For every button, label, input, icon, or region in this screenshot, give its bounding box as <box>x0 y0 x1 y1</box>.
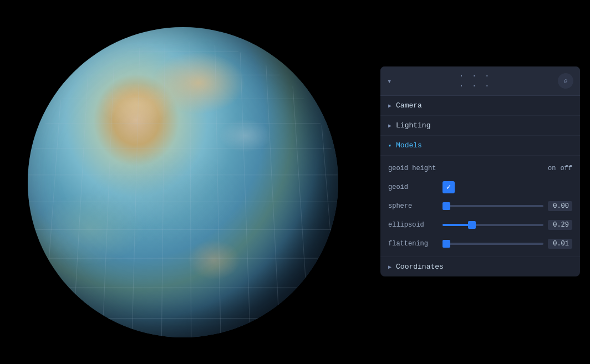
models-chevron-icon: ▾ <box>388 142 391 149</box>
coordinates-section-title: Coordinates <box>396 263 444 271</box>
ellipsoid-value: 0.29 <box>548 220 572 230</box>
lighting-section-header[interactable]: ▶ Lighting <box>380 116 580 136</box>
sphere-slider-container: 0.00 <box>442 201 572 211</box>
globe-grid <box>28 42 338 337</box>
ellipsoid-slider-track[interactable] <box>442 224 543 226</box>
geoid-checkbox[interactable]: ✓ <box>442 181 455 193</box>
models-section-header[interactable]: ▾ Models <box>380 136 580 156</box>
lighting-chevron-icon: ▶ <box>388 122 391 129</box>
geoid-height-off-label: off <box>560 165 572 172</box>
side-panel: ▾ · · ·· · · ⌕ ▶ Camera ▶ Lighting ▾ Mod… <box>380 66 580 276</box>
sphere-value: 0.00 <box>548 201 572 211</box>
camera-section-header[interactable]: ▶ Camera <box>380 96 580 116</box>
checkbox-check-icon: ✓ <box>446 183 451 191</box>
lighting-section-title: Lighting <box>396 121 430 130</box>
geoid-row: geoid ✓ <box>380 178 580 197</box>
flattening-slider-thumb[interactable] <box>442 240 450 248</box>
ellipsoid-row: ellipsoid 0.29 <box>380 216 580 234</box>
topbar-left: ▾ <box>387 76 391 86</box>
coordinates-chevron-icon: ▶ <box>388 264 391 270</box>
sphere-slider-thumb[interactable] <box>442 202 450 210</box>
sphere-label: sphere <box>388 202 438 210</box>
ellipsoid-slider-container: 0.29 <box>442 220 572 230</box>
coordinates-section-header[interactable]: ▶ Coordinates <box>380 257 580 276</box>
models-section-title: Models <box>396 141 422 150</box>
topbar-dots-icon: · · ·· · · <box>459 71 491 91</box>
flattening-row: flattening 0.01 <box>380 234 580 253</box>
camera-chevron-icon: ▶ <box>388 102 391 109</box>
search-button[interactable]: ⌕ <box>558 73 573 89</box>
models-section-body: geoid height on off geoid ✓ sphere 0.00 <box>380 156 580 257</box>
ellipsoid-slider-thumb[interactable] <box>468 221 476 229</box>
globe-sphere <box>28 27 338 337</box>
geoid-height-on-label: on <box>548 165 556 172</box>
ellipsoid-label: ellipsoid <box>388 221 438 229</box>
geoid-height-row: geoid height on off <box>380 159 580 178</box>
flattening-value: 0.01 <box>548 239 572 249</box>
camera-section-title: Camera <box>396 101 422 110</box>
sphere-row: sphere 0.00 <box>380 197 580 216</box>
search-icon: ⌕ <box>563 76 568 86</box>
geoid-label: geoid <box>388 183 438 191</box>
geoid-height-on-off: on off <box>548 165 572 172</box>
flattening-slider-track[interactable] <box>442 243 543 245</box>
flattening-slider-container: 0.01 <box>442 239 572 249</box>
sphere-slider-track[interactable] <box>442 205 543 207</box>
panel-topbar: ▾ · · ·· · · ⌕ <box>380 66 580 96</box>
globe-container <box>0 0 366 364</box>
dropdown-icon[interactable]: ▾ <box>387 76 391 86</box>
geoid-height-label: geoid height <box>388 165 548 172</box>
flattening-label: flattening <box>388 240 438 248</box>
